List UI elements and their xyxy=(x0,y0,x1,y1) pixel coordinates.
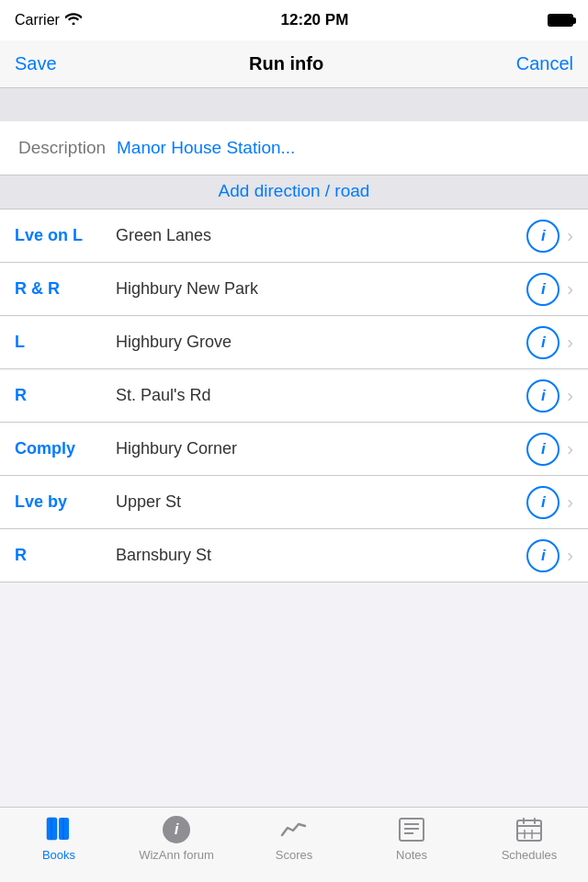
top-divider xyxy=(0,88,588,121)
tab-schedules-label: Schedules xyxy=(502,848,558,862)
row-direction: L xyxy=(15,333,116,352)
svg-rect-9 xyxy=(517,820,541,841)
nav-bar: Save Run info Cancel xyxy=(0,40,588,88)
nav-title: Run info xyxy=(249,53,323,74)
row-direction: R xyxy=(15,386,116,405)
status-time: 12:20 PM xyxy=(281,11,349,29)
info-icon[interactable]: i xyxy=(526,486,560,519)
chevron-right-icon: › xyxy=(567,278,573,300)
chevron-right-icon: › xyxy=(567,225,573,246)
tab-scores[interactable]: Scores xyxy=(235,815,353,862)
table-row[interactable]: Lve on L Green Lanes i › xyxy=(0,209,588,263)
tab-notes-label: Notes xyxy=(396,848,427,862)
status-left: Carrier xyxy=(15,12,82,28)
tab-wizann[interactable]: i WizAnn forum xyxy=(118,815,235,862)
chevron-right-icon: › xyxy=(567,438,573,459)
carrier-label: Carrier xyxy=(15,12,60,28)
directions-table: Lve on L Green Lanes i › R & R Highbury … xyxy=(0,209,588,582)
save-button[interactable]: Save xyxy=(15,53,57,74)
row-direction: R & R xyxy=(15,279,116,299)
row-road: Highbury New Park xyxy=(116,279,526,299)
row-road: Upper St xyxy=(116,492,526,512)
chevron-right-icon: › xyxy=(567,332,573,353)
row-road: Highbury Grove xyxy=(116,333,526,352)
info-icon[interactable]: i xyxy=(526,379,560,413)
row-road: Barnsbury St xyxy=(116,546,526,565)
description-label: Description xyxy=(18,138,106,158)
row-direction: Lve on L xyxy=(15,226,116,245)
info-icon[interactable]: i xyxy=(526,539,560,572)
table-row[interactable]: Lve by Upper St i › xyxy=(0,476,588,529)
wifi-icon xyxy=(65,12,82,28)
table-row[interactable]: Comply Highbury Corner i › xyxy=(0,423,588,476)
table-row[interactable]: R St. Paul's Rd i › xyxy=(0,369,588,423)
table-row[interactable]: R Barnsbury St i › xyxy=(0,529,588,582)
chevron-right-icon: › xyxy=(567,492,573,513)
notes-icon xyxy=(397,815,426,844)
info-icon[interactable]: i xyxy=(526,326,560,359)
row-road: St. Paul's Rd xyxy=(116,386,526,405)
status-bar: Carrier 12:20 PM xyxy=(0,0,588,40)
row-direction: Lve by xyxy=(15,492,116,512)
row-road: Highbury Corner xyxy=(116,439,526,458)
tab-books-label: Books xyxy=(42,848,75,862)
add-direction-label: Add direction / road xyxy=(219,181,370,200)
scores-icon xyxy=(279,815,309,844)
tab-notes[interactable]: Notes xyxy=(353,815,470,862)
books-icon xyxy=(44,815,74,844)
wizann-icon: i xyxy=(162,815,191,844)
tab-wizann-label: WizAnn forum xyxy=(139,848,214,862)
info-icon[interactable]: i xyxy=(526,220,560,253)
tab-bar: Books i WizAnn forum Scores Notes xyxy=(0,807,588,882)
tab-schedules[interactable]: Schedules xyxy=(470,815,588,862)
table-row[interactable]: R & R Highbury New Park i › xyxy=(0,263,588,316)
add-direction-section[interactable]: Add direction / road xyxy=(0,175,588,207)
tab-scores-label: Scores xyxy=(276,848,312,862)
row-direction: Comply xyxy=(15,439,116,458)
schedules-icon xyxy=(514,815,544,844)
description-row: Description Manor House Station... xyxy=(0,121,588,175)
middle-divider: Add direction / road xyxy=(0,175,588,209)
row-road: Green Lanes xyxy=(116,226,526,245)
info-icon[interactable]: i xyxy=(526,273,560,306)
status-right xyxy=(548,14,573,27)
row-direction: R xyxy=(15,546,116,565)
cancel-button[interactable]: Cancel xyxy=(516,53,573,74)
info-icon[interactable]: i xyxy=(526,433,560,466)
chevron-right-icon: › xyxy=(567,385,573,406)
table-row[interactable]: L Highbury Grove i › xyxy=(0,316,588,369)
description-value: Manor House Station... xyxy=(117,138,295,158)
chevron-right-icon: › xyxy=(567,545,573,566)
battery-icon xyxy=(548,14,573,27)
tab-books[interactable]: Books xyxy=(0,815,118,862)
